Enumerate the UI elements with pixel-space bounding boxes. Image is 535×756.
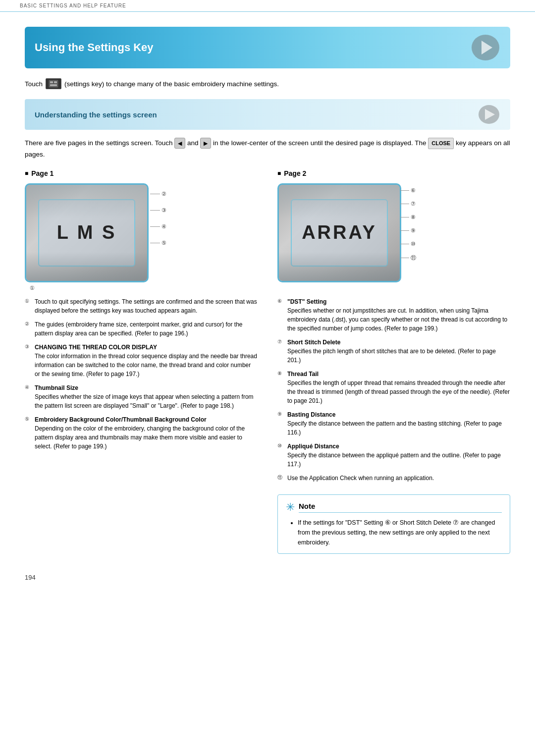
sub-section-bar: Understanding the settings screen xyxy=(25,99,510,130)
page1-label: Page 1 xyxy=(25,169,258,177)
two-column-layout: Page 1 L M S ② xyxy=(25,169,510,554)
desc-text3: in the lower-center of the screen until … xyxy=(213,139,427,147)
callout-8: ⑧ xyxy=(400,214,416,220)
list-item: ② The guides (embroidery frame size, cen… xyxy=(25,320,258,338)
svg-rect-4 xyxy=(50,84,57,86)
list-item: ⑤ Embroidery Background Color/Thumbnail … xyxy=(25,415,258,451)
list-item: ⑪ Use the Application Check when running… xyxy=(277,474,510,483)
desc-text2: and xyxy=(187,139,199,147)
page-number: 194 xyxy=(25,574,510,581)
section-chevron-icon xyxy=(471,34,500,61)
settings-key-icon xyxy=(46,78,61,89)
callout-6: ⑥ xyxy=(400,187,416,194)
note-text: If the settings for "DST" Setting ⑥ or S… xyxy=(298,518,502,547)
sub-section-title: Understanding the settings screen xyxy=(35,110,157,119)
callout-9: ⑨ xyxy=(400,227,416,234)
page2-item-list: ⑥ "DST" Setting Specifies whether or not… xyxy=(277,297,510,483)
page1-item-list: ① Touch to quit specifying settings. The… xyxy=(25,297,258,451)
callout-3: ③ xyxy=(150,207,166,214)
intro-suffix: (settings key) to change many of the bas… xyxy=(64,80,279,88)
note-content: If the settings for "DST" Setting ⑥ or S… xyxy=(286,518,502,547)
intro-section: Touch (settings key) to change many of t… xyxy=(25,78,510,89)
note-header: ✳ Note xyxy=(286,501,502,514)
callout-1: ① xyxy=(30,285,35,291)
list-item: ④ Thumbnail Size Specifies whether the s… xyxy=(25,383,258,410)
page1-screen-text: L M S xyxy=(57,222,117,243)
description-text: There are five pages in the settings scr… xyxy=(25,138,510,161)
page1-column: Page 1 L M S ② xyxy=(25,169,258,554)
close-key: CLOSE xyxy=(428,138,454,149)
page2-screen-container: ARRAY ⑥ ⑦ ⑧ xyxy=(277,183,510,282)
callout-4: ④ xyxy=(150,223,166,230)
list-item: ① Touch to quit specifying settings. The… xyxy=(25,297,258,315)
note-title: Note xyxy=(299,502,502,513)
page2-screen-text: ARRAY xyxy=(302,222,377,243)
note-icon: ✳ xyxy=(286,501,295,514)
nav-prev-btn: ◀ xyxy=(174,138,185,149)
list-item: ⑧ Thread Tail Specifies the length of up… xyxy=(277,370,510,405)
page1-screen-container: L M S ② ③ ④ xyxy=(25,183,258,282)
callout-10: ⑩ xyxy=(400,241,416,247)
page-title: Using the Settings Key xyxy=(35,41,154,54)
desc-text1: There are five pages in the settings scr… xyxy=(25,139,172,147)
svg-rect-5 xyxy=(54,81,57,83)
list-item: ⑨ Basting Distance Specify the distance … xyxy=(277,410,510,437)
callout-11: ⑪ xyxy=(400,254,416,262)
callout-2: ② xyxy=(150,191,166,197)
page2-label: Page 2 xyxy=(277,169,510,177)
list-item: ⑩ Appliqué Distance Specify the distance… xyxy=(277,442,510,469)
svg-rect-3 xyxy=(50,81,53,83)
intro-prefix: Touch xyxy=(25,80,43,88)
sub-section-chevron-icon xyxy=(478,104,500,125)
list-item: ③ CHANGING THE THREAD COLOR DISPLAY The … xyxy=(25,343,258,378)
note-box: ✳ Note If the settings for "DST" Setting… xyxy=(277,494,510,554)
page1-screen: L M S xyxy=(25,183,149,282)
callout-7: ⑦ xyxy=(400,201,416,207)
breadcrumb-text: BASIC SETTINGS AND HELP FEATURE xyxy=(20,3,126,8)
page2-screen: ARRAY xyxy=(277,183,401,282)
list-item: ⑦ Short Stitch Delete Specifies the pitc… xyxy=(277,338,510,365)
main-title-bar: Using the Settings Key xyxy=(25,27,510,68)
list-item: ⑥ "DST" Setting Specifies whether or not… xyxy=(277,297,510,333)
nav-next-btn: ▶ xyxy=(200,138,211,149)
breadcrumb: BASIC SETTINGS AND HELP FEATURE xyxy=(0,0,535,12)
page2-column: Page 2 ARRAY ⑥ xyxy=(277,169,510,554)
callout-5: ⑤ xyxy=(150,240,166,246)
